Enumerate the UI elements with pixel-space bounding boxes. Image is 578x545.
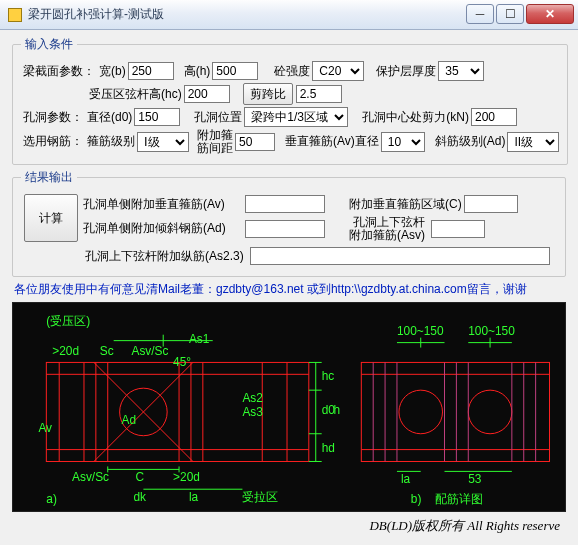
svg-text:100~150: 100~150 <box>397 324 444 338</box>
av-select[interactable]: 10 <box>381 132 425 152</box>
svg-text:45°: 45° <box>173 356 191 370</box>
svg-text:As2: As2 <box>242 391 262 405</box>
calc-button[interactable]: 计算 <box>24 194 78 242</box>
out-av-label: 孔洞单侧附加垂直箍筋(Av) <box>83 196 243 213</box>
close-button[interactable]: ✕ <box>526 4 574 24</box>
diag-label: 斜筋级别(Ad) <box>435 133 506 150</box>
client-area: 输入条件 梁截面参数： 宽(b) 高(h) 砼强度 C20 保护层厚度 35 受… <box>0 30 578 545</box>
width-input[interactable] <box>128 62 174 80</box>
minimize-button[interactable]: ─ <box>466 4 494 24</box>
stirrup-label: 箍筋级别 <box>87 133 135 150</box>
output-legend: 结果输出 <box>21 169 77 186</box>
out-c-field[interactable] <box>464 195 518 213</box>
svg-text:Asv/Sc: Asv/Sc <box>72 470 109 484</box>
out-ad-field[interactable] <box>245 220 325 238</box>
out-top-label: 孔洞上下弦杆附加箍筋(Asv) <box>349 216 425 241</box>
conc-label: 砼强度 <box>274 63 310 80</box>
hole-params-label: 孔洞参数： <box>23 109 83 126</box>
out-c-label: 附加垂直箍筋区域(C) <box>349 196 462 213</box>
height-label: 高(h) <box>184 63 211 80</box>
height-input[interactable] <box>212 62 258 80</box>
diagram-area: (受压区) >20d Sc Asv/Sc As1 45° As2 As3 Av … <box>12 302 566 512</box>
svg-text:h: h <box>334 403 341 417</box>
hc-input[interactable] <box>184 85 230 103</box>
av-label: 垂直箍筋(Av)直径 <box>285 133 379 150</box>
svg-text:hd: hd <box>322 441 335 455</box>
d0-label: 直径(d0) <box>87 109 132 126</box>
svg-text:100~150: 100~150 <box>468 324 515 338</box>
addstir-label: 附加箍筋间距 <box>197 129 233 154</box>
conc-select[interactable]: C20 <box>312 61 364 81</box>
svg-text:配筋详图: 配筋详图 <box>435 492 483 506</box>
svg-text:>20d: >20d <box>52 344 79 358</box>
svg-text:Ad: Ad <box>122 413 137 427</box>
copyright-text: DB(LD)版权所有 All Rights reserve <box>12 517 560 535</box>
output-group: 结果输出 计算 孔洞单侧附加垂直箍筋(Av) 附加垂直箍筋区域(C) 孔洞单侧附… <box>12 169 566 277</box>
d0-input[interactable] <box>134 108 180 126</box>
contact-message: 各位朋友使用中有何意见清Mail老董：gzdbty@163.net 或到http… <box>14 281 566 298</box>
svg-text:53: 53 <box>468 472 482 486</box>
svg-text:受拉区: 受拉区 <box>242 490 278 504</box>
svg-text:Asv/Sc: Asv/Sc <box>132 344 169 358</box>
maximize-button[interactable]: ☐ <box>496 4 524 24</box>
svg-text:(受压区): (受压区) <box>46 314 90 328</box>
input-legend: 输入条件 <box>21 36 77 53</box>
shear-input[interactable] <box>471 108 517 126</box>
title-bar: 梁开圆孔补强计算-测试版 ─ ☐ ✕ <box>0 0 578 30</box>
sec-params-label: 梁截面参数： <box>23 63 95 80</box>
shear-label: 孔洞中心处剪力(kN) <box>362 109 469 126</box>
out-ad-label: 孔洞单侧附加倾斜钢筋(Ad) <box>83 220 243 237</box>
svg-text:As1: As1 <box>189 332 210 346</box>
cover-select[interactable]: 35 <box>438 61 484 81</box>
stirrup-select[interactable]: Ⅰ级 <box>137 132 189 152</box>
diag-select[interactable]: II级 <box>507 132 559 152</box>
hc-label: 受压区弦杆高(hc) <box>89 86 182 103</box>
input-group: 输入条件 梁截面参数： 宽(b) 高(h) 砼强度 C20 保护层厚度 35 受… <box>12 36 568 165</box>
svg-text:la: la <box>401 472 411 486</box>
svg-text:Sc: Sc <box>100 344 114 358</box>
width-label: 宽(b) <box>99 63 126 80</box>
svg-text:la: la <box>189 490 199 504</box>
svg-text:hc: hc <box>322 369 335 383</box>
addstir-input[interactable] <box>235 133 275 151</box>
svg-text:>20d: >20d <box>173 470 200 484</box>
cover-label: 保护层厚度 <box>376 63 436 80</box>
svg-text:b): b) <box>411 492 422 506</box>
svg-text:a): a) <box>46 492 57 506</box>
out-as23-field[interactable] <box>250 247 550 265</box>
pos-label: 孔洞位置 <box>194 109 242 126</box>
out-top-field[interactable] <box>431 220 485 238</box>
rebar-label: 选用钢筋： <box>23 133 83 150</box>
svg-text:C: C <box>135 470 144 484</box>
pos-select[interactable]: 梁跨中1/3区域 <box>244 107 348 127</box>
svg-text:As3: As3 <box>242 405 263 419</box>
out-as23-label: 孔洞上下弦杆附加纵筋(As2.3) <box>85 248 244 265</box>
span-ratio-input[interactable] <box>296 85 342 103</box>
out-av-field[interactable] <box>245 195 325 213</box>
svg-text:Av: Av <box>38 421 52 435</box>
window-buttons: ─ ☐ ✕ <box>464 4 574 26</box>
svg-text:dk: dk <box>133 490 146 504</box>
span-ratio-button[interactable]: 剪跨比 <box>243 83 293 105</box>
app-icon <box>8 8 22 22</box>
window-title: 梁开圆孔补强计算-测试版 <box>28 6 464 23</box>
